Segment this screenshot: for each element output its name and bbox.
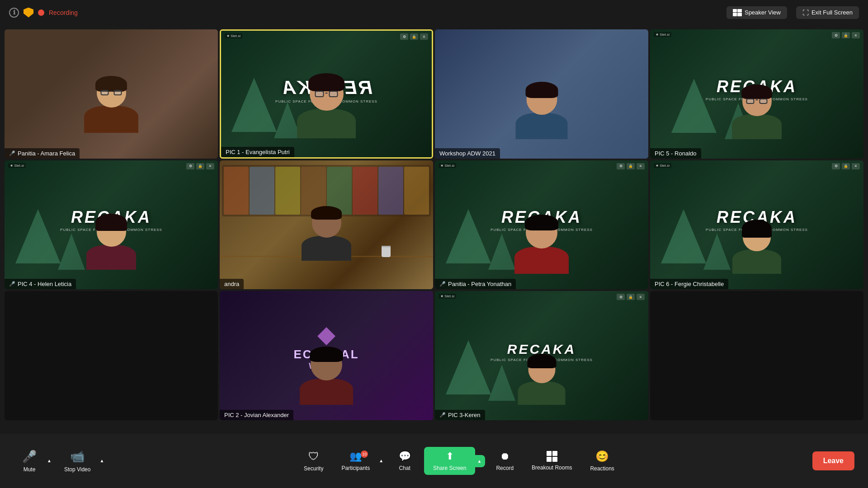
participants-badge: 10 [361,450,368,458]
name-label-petra: 🎤 Panitia - Petra Yonathan [435,279,516,289]
participants-label: Participants [341,465,370,471]
share-screen-button[interactable]: ⬆ Share Screen [424,447,475,475]
cell-top-right-helen: ⚙ 🔒 ≡ [186,163,214,169]
speaker-view-icon [733,9,742,16]
mute-icon-petra: 🎤 [439,281,446,287]
mute-button[interactable]: 🎤 Mute [14,446,45,476]
cell-top-left-evan: ★ Slet.si [225,33,242,38]
person-petra [514,217,569,274]
name-label-andra: andra [220,279,244,289]
video-cell-fergie: RECAKA PUBLIC SPACE FOR HEALING COMMON S… [650,160,863,290]
video-chevron[interactable]: ▲ [98,455,106,467]
participant-name: PIC 3-Keren [448,412,481,418]
video-cell-keren: RECAKA PUBLIC SPACE FOR HEALING COMMON S… [435,291,648,420]
stop-video-label: Stop Video [64,466,91,473]
chat-button[interactable]: 💬 Chat [389,447,420,475]
leave-label: Leave [823,457,844,465]
speaker-view-button[interactable]: Speaker View [726,6,787,19]
security-button[interactable]: 🛡 Security [297,446,330,475]
record-label: Record [496,465,514,471]
participants-icon: 👥 [349,450,362,462]
info-icon[interactable]: ℹ [9,8,19,18]
mute-icon-helen: 🎤 [9,281,15,287]
cell-top-left-fergie: ★ Slet.si [654,163,671,168]
name-label-evan: PIC 1 - Evangelista Putri [221,147,294,157]
video-cell-empty [5,291,218,420]
mute-group: 🎤 Mute ▲ [14,446,53,476]
top-bar: ℹ Recording Speaker View ⛶ Exit Full Scr… [0,0,868,25]
cell-top-left-keren: ★ Slet.si [439,294,456,299]
name-label-amara: 🎤 Panitia - Amara Felica [5,148,80,159]
chat-icon: 💬 [399,450,411,462]
video-cell-petra: RECAKA PUBLIC SPACE FOR HEALING COMMON S… [435,160,648,290]
toolbar-right: Leave [812,451,854,470]
security-label: Security [304,465,323,472]
speaker-view-label: Speaker View [745,9,781,16]
participants-chevron[interactable]: ▲ [377,455,385,467]
shield-icon[interactable] [24,8,33,18]
cell-top-left-helen: ★ Slet.si [8,163,26,168]
security-icon: 🛡 [308,450,319,463]
participant-name: andra [224,281,239,287]
exit-fullscreen-label: Exit Full Screen [811,9,853,16]
exit-fullscreen-button[interactable]: ⛶ Exit Full Screen [796,6,859,19]
recording-dot [38,9,44,16]
top-left-controls: ℹ Recording [9,8,78,18]
share-screen-icon: ⬆ [446,450,454,462]
person-andra [302,208,351,261]
participant-name: PIC 2 - Jovian Alexander [224,412,289,418]
toolbar-center: 🛡 Security 👥 Participants 10 ▲ 💬 Chat ⬆ … [106,446,812,475]
recording-indicator: Recording [38,9,78,16]
record-button[interactable]: ⏺ Record [489,447,521,475]
video-cell-evangelista: RECAKA PUBLIC SPACE FOR HEALING COMMON S… [220,29,433,159]
share-screen-group: ⬆ Share Screen ▲ [424,447,485,475]
video-cell-andra: andra [220,160,433,290]
person-amara [84,78,138,133]
cell-top-right-keren: ⚙ 🔒 ≡ [617,294,645,300]
cell-top-right-ronaldo: ⚙ 🔒 ≡ [832,32,860,38]
toolbar-left: 🎤 Mute ▲ 📹 Stop Video ▲ [14,446,106,476]
name-label-helen: 🎤 PIC 4 - Helen Leticia [5,279,76,289]
name-label-fergie: PIC 6 - Fergie Christabelle [650,279,728,289]
cell-top-right-petra: ⚙ 🔒 ≡ [617,163,645,169]
exit-fullscreen-icon: ⛶ [802,9,809,16]
reactions-label: Reactions [590,465,614,472]
share-chevron[interactable]: ▲ [473,455,485,467]
name-label-workshop: Workshop ADW 2021 [435,148,500,159]
cell-top-right-fergie: ⚙ 🔒 ≡ [832,163,860,169]
person-fergie [732,223,781,274]
breakout-rooms-label: Breakout Rooms [532,465,572,471]
mute-icon: 🎤 [9,150,15,156]
toolbar: 🎤 Mute ▲ 📹 Stop Video ▲ 🛡 Security 👥 Par [0,434,868,488]
person-helen [86,217,136,270]
reactions-icon: 😊 [595,450,609,463]
participants-group: 👥 Participants 10 ▲ [334,447,385,475]
participant-name: Panitia - Petra Yonathan [448,281,511,287]
video-grid: 🎤 Panitia - Amara Felica RECAKA PUBLIC S… [0,25,868,425]
leave-button[interactable]: Leave [812,451,854,470]
mute-chevron[interactable]: ▲ [45,455,53,467]
recording-label: Recording [49,9,78,16]
stop-video-button[interactable]: 📹 Stop Video [57,446,98,476]
video-cell-jovian: ECTURAL WEEK PIC 2 - Jovian Alexander [220,291,433,420]
video-cell-ronaldo: RECAKA PUBLIC SPACE FOR HEALING COMMON S… [650,29,863,159]
reactions-button[interactable]: 😊 Reactions [583,446,621,475]
name-label-ronaldo: PIC 5 - Ronaldo [650,148,701,159]
cell-top-right-evan: ⚙ 🔒 ≡ [400,33,428,40]
adw-shape [317,327,335,345]
person-jovian [300,349,353,405]
share-screen-label: Share Screen [433,465,466,471]
chat-label: Chat [399,465,410,471]
participant-name: PIC 6 - Fergie Christabelle [655,281,724,287]
participants-button[interactable]: 👥 Participants 10 [334,447,377,475]
person-workshop [516,84,568,139]
participant-name: Panitia - Amara Felica [18,150,75,157]
video-cell-helen: RECAKA PUBLIC SPACE FOR HEALING COMMON S… [5,160,218,290]
video-icon: 📹 [70,450,85,464]
participant-name: PIC 1 - Evangelista Putri [226,149,290,155]
video-cell-workshop: Workshop ADW 2021 [435,29,648,159]
person-evan [297,77,356,138]
record-icon: ⏺ [500,450,510,462]
breakout-rooms-button[interactable]: Breakout Rooms [524,447,579,474]
microphone-icon: 🎤 [22,450,37,464]
